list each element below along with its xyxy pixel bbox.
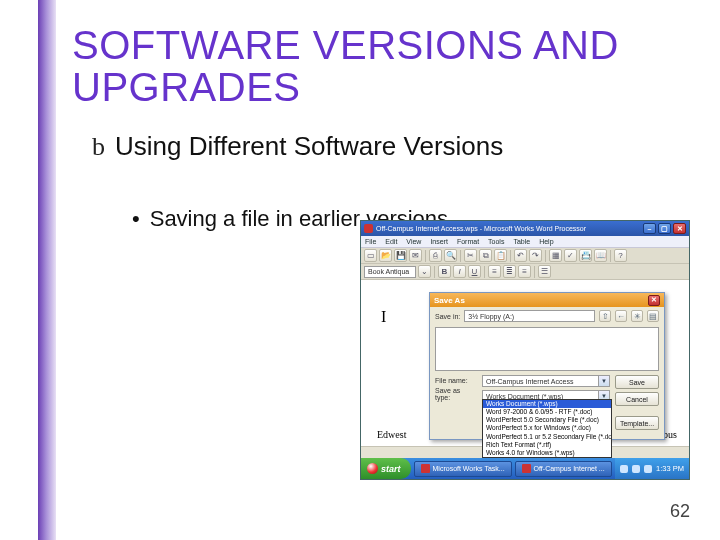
dropdown-option[interactable]: WordPerfect 5.0 Secondary File (*.doc) — [483, 416, 611, 424]
menu-edit[interactable]: Edit — [385, 238, 397, 245]
font-size-selector[interactable]: ⌄ — [418, 265, 431, 278]
taskbar-item[interactable]: Off-Campus Internet ... — [515, 461, 612, 477]
windows-logo-icon — [367, 463, 378, 474]
italic-icon[interactable]: I — [453, 265, 466, 278]
dropdown-option[interactable]: Rich Text Format (*.rtf) — [483, 441, 611, 449]
menu-tools[interactable]: Tools — [488, 238, 504, 245]
formatting-toolbar: Book Antiqua ⌄ B I U ≡ ≣ ≡ ☰ — [361, 264, 689, 280]
paste-icon[interactable]: 📋 — [494, 249, 507, 262]
thesaurus-icon[interactable]: 📖 — [594, 249, 607, 262]
menu-view[interactable]: View — [406, 238, 421, 245]
close-button[interactable]: ✕ — [673, 223, 686, 234]
dropdown-option[interactable]: WordPerfect 5.1 or 5.2 Secondary File (*… — [483, 433, 611, 441]
font-selector[interactable]: Book Antiqua — [364, 266, 416, 278]
table-icon[interactable]: ▦ — [549, 249, 562, 262]
dropdown-option[interactable]: WordPerfect 5.x for Windows (*.doc) — [483, 424, 611, 432]
underline-icon[interactable]: U — [468, 265, 481, 278]
open-icon[interactable]: 📂 — [379, 249, 392, 262]
print-icon[interactable]: ⎙ — [429, 249, 442, 262]
address-icon[interactable]: 📇 — [579, 249, 592, 262]
spell-icon[interactable]: ✓ — [564, 249, 577, 262]
dialog-titlebar[interactable]: Save As ✕ — [430, 293, 664, 307]
file-list[interactable] — [435, 327, 659, 371]
tray-icon[interactable] — [620, 465, 628, 473]
views-icon[interactable]: ▤ — [647, 310, 659, 322]
menu-help[interactable]: Help — [539, 238, 553, 245]
preview-icon[interactable]: 🔍 — [444, 249, 457, 262]
align-center-icon[interactable]: ≣ — [503, 265, 516, 278]
separator — [460, 250, 461, 262]
cut-icon[interactable]: ✂ — [464, 249, 477, 262]
savein-row: Save in: 3½ Floppy (A:) ⇧ ← ✳ ▤ — [430, 307, 664, 325]
slide-title: SOFTWARE VERSIONS AND UPGRADES — [72, 24, 672, 108]
clock: 1:33 PM — [656, 464, 684, 473]
bullet-level-1: b Using Different Software Versions — [92, 132, 503, 162]
filename-field[interactable]: Off-Campus Internet Access ▼ — [482, 375, 610, 387]
document-area[interactable]: I S Edwest will provide off-campus Save … — [361, 280, 689, 446]
screenshot-word-processor: Off-Campus Internet Access.wps - Microso… — [360, 220, 690, 480]
taskbar-item[interactable]: Microsoft Works Task... — [414, 461, 512, 477]
dropdown-option[interactable]: Works 4.0 for Windows (*.wps) — [483, 449, 611, 457]
app-icon — [364, 224, 373, 233]
save-as-dialog: Save As ✕ Save in: 3½ Floppy (A:) ⇧ ← ✳ … — [429, 292, 665, 440]
separator — [534, 266, 535, 278]
bullets-icon[interactable]: ☰ — [538, 265, 551, 278]
separator — [610, 250, 611, 262]
align-right-icon[interactable]: ≡ — [518, 265, 531, 278]
menu-file[interactable]: File — [365, 238, 376, 245]
bold-icon[interactable]: B — [438, 265, 451, 278]
save-icon[interactable]: 💾 — [394, 249, 407, 262]
savein-label: Save in: — [435, 313, 460, 320]
new-icon[interactable]: ▭ — [364, 249, 377, 262]
standard-toolbar: ▭ 📂 💾 ✉ ⎙ 🔍 ✂ ⧉ 📋 ↶ ↷ ▦ ✓ 📇 📖 ? — [361, 248, 689, 264]
separator — [545, 250, 546, 262]
menu-format[interactable]: Format — [457, 238, 479, 245]
menu-insert[interactable]: Insert — [430, 238, 448, 245]
page-number: 62 — [670, 501, 690, 522]
dropdown-option[interactable]: Works Document (*.wps) — [483, 400, 611, 408]
system-tray[interactable]: 1:33 PM — [615, 458, 689, 479]
new-folder-icon[interactable]: ✳ — [631, 310, 643, 322]
mail-icon[interactable]: ✉ — [409, 249, 422, 262]
up-folder-icon[interactable]: ⇧ — [599, 310, 611, 322]
savein-combo[interactable]: 3½ Floppy (A:) — [464, 310, 595, 322]
tray-icon[interactable] — [644, 465, 652, 473]
bullet-text: Using Different Software Versions — [115, 132, 503, 162]
bullet-dot: • — [132, 206, 140, 231]
align-left-icon[interactable]: ≡ — [488, 265, 501, 278]
menu-bar[interactable]: File Edit View Insert Format Tools Table… — [361, 236, 689, 248]
maximize-button[interactable]: ▢ — [658, 223, 671, 234]
start-button[interactable]: start — [361, 458, 411, 479]
tray-icon[interactable] — [632, 465, 640, 473]
save-button[interactable]: Save — [615, 375, 659, 389]
separator — [484, 266, 485, 278]
saveastype-label: Save as type: — [435, 387, 477, 401]
minimize-button[interactable]: – — [643, 223, 656, 234]
bullet-symbol: b — [92, 132, 105, 162]
template-button[interactable]: Template... — [615, 416, 659, 430]
chevron-down-icon[interactable]: ▼ — [598, 376, 609, 386]
separator — [510, 250, 511, 262]
app-icon — [421, 464, 430, 473]
undo-icon[interactable]: ↶ — [514, 249, 527, 262]
redo-icon[interactable]: ↷ — [529, 249, 542, 262]
dropdown-option[interactable]: Word 97-2000 & 6.0/95 - RTF (*.doc) — [483, 408, 611, 416]
window-title: Off-Campus Internet Access.wps - Microso… — [376, 225, 586, 232]
slide: SOFTWARE VERSIONS AND UPGRADES b Using D… — [0, 0, 720, 540]
app-icon — [522, 464, 531, 473]
saveastype-dropdown[interactable]: Works Document (*.wps) Word 97-2000 & 6.… — [482, 399, 612, 458]
taskbar: start Microsoft Works Task... Off-Campus… — [361, 458, 689, 479]
dialog-close-button[interactable]: ✕ — [648, 295, 660, 306]
help-icon[interactable]: ? — [614, 249, 627, 262]
cancel-button[interactable]: Cancel — [615, 392, 659, 406]
separator — [434, 266, 435, 278]
doc-text-fragment: Edwest — [377, 429, 406, 440]
filename-label: File name: — [435, 377, 477, 384]
separator — [425, 250, 426, 262]
accent-bar — [38, 0, 56, 540]
copy-icon[interactable]: ⧉ — [479, 249, 492, 262]
menu-table[interactable]: Table — [513, 238, 530, 245]
back-icon[interactable]: ← — [615, 310, 627, 322]
window-titlebar[interactable]: Off-Campus Internet Access.wps - Microso… — [361, 221, 689, 236]
dialog-title: Save As — [434, 296, 465, 305]
